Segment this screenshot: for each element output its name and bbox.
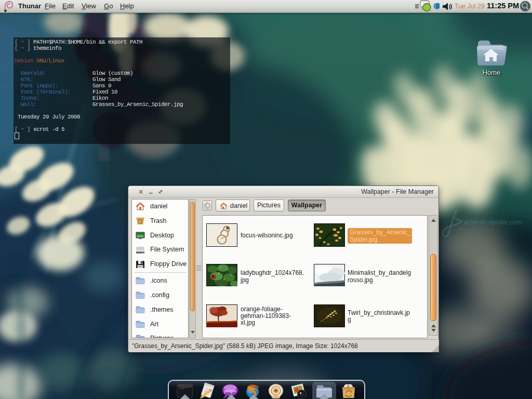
svg-text:pidgin: pidgin <box>224 389 236 393</box>
svg-text:ARSNL: ARSNL <box>137 235 143 237</box>
svg-text:arsenic-spider.com: arsenic-spider.com <box>464 218 523 226</box>
